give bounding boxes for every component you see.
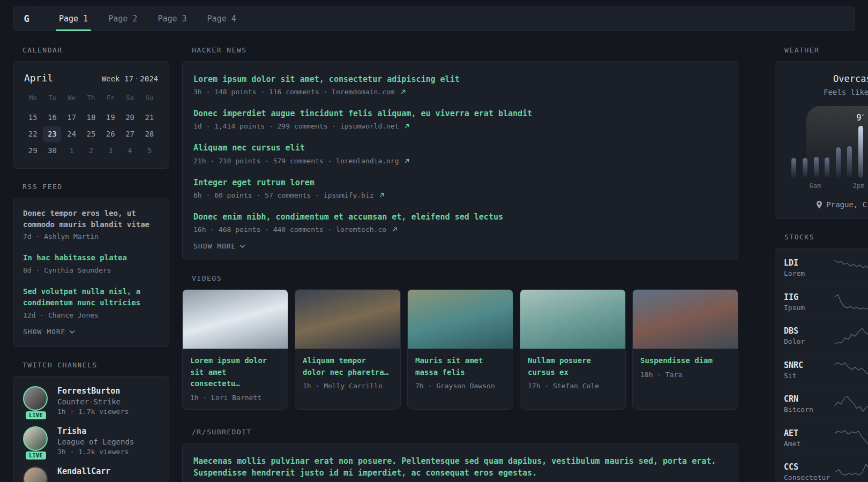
avatar bbox=[23, 466, 48, 482]
twitch-channel-list: LIVE ForrestBurton Counter-Strike 1h · 1… bbox=[23, 386, 159, 482]
calendar-day: 24 bbox=[63, 126, 81, 142]
channel-category: League of Legends bbox=[57, 438, 134, 446]
page-tab[interactable]: Page 4 bbox=[200, 7, 244, 31]
video-card[interactable]: Mauris sit amet massa felis 7h · Grayson… bbox=[407, 289, 513, 410]
stock-symbol: CRN bbox=[784, 394, 829, 404]
hn-story-link[interactable]: Donec enim nibh, condimentum et accumsan… bbox=[193, 211, 727, 223]
stock-row: CCS Consectetur +0.51% $165.84 bbox=[784, 455, 868, 482]
rss-item-link[interactable]: In hac habitasse platea bbox=[23, 252, 159, 263]
chevron-down-icon bbox=[240, 244, 245, 248]
stock-row: LDI Lorem +4.35% $795.18 bbox=[784, 251, 868, 285]
reddit-post-link[interactable]: Maecenas mollis pulvinar erat non posuer… bbox=[193, 455, 727, 479]
rss-item-meta: 12d · Chance Jones bbox=[23, 311, 159, 319]
twitch-channel-row[interactable]: KendallCarr bbox=[23, 466, 159, 482]
hn-item: Donec enim nibh, condimentum et accumsan… bbox=[193, 211, 727, 234]
hn-domain-link[interactable]: ipsumworld.net bbox=[340, 122, 399, 130]
show-more-button[interactable]: SHOW MORE bbox=[23, 327, 75, 337]
stock-sparkline bbox=[834, 395, 868, 413]
hn-domain-link[interactable]: loremdomain.com bbox=[332, 88, 394, 96]
rss-item-link[interactable]: Sed volutpat nulla nisl, a condimentum n… bbox=[23, 286, 159, 308]
show-more-button[interactable]: SHOW MORE bbox=[193, 241, 245, 251]
dashboard-columns: CALENDAR April Week 17·2024 MoTuWeThFrSa… bbox=[0, 31, 868, 482]
hn-story-link[interactable]: Lorem ipsum dolor sit amet, consectetur … bbox=[193, 73, 727, 85]
weather-bar-cell bbox=[833, 115, 844, 178]
stock-sparkline bbox=[834, 259, 868, 277]
channel-meta: 1h · 1.7k viewers bbox=[57, 408, 129, 416]
video-card[interactable]: Lorem ipsum dolor sit amet consectetu… 1… bbox=[182, 289, 288, 410]
weather-bar bbox=[847, 146, 852, 178]
video-thumbnail bbox=[520, 290, 625, 349]
page-tab[interactable]: Page 3 bbox=[150, 7, 194, 31]
stock-row: DBS Dolor +1.42% $156.28 bbox=[784, 319, 868, 353]
weather-bar bbox=[825, 157, 829, 178]
video-card[interactable]: Suspendisse diam 18h · Tara bbox=[632, 289, 738, 410]
subreddit-section-label: /R/SUBREDDIT bbox=[182, 423, 738, 443]
stock-row: SNRC Sit +1.36% $148.64 bbox=[784, 353, 868, 387]
stocks-widget: LDI Lorem +4.35% $795.18 IIG Ips bbox=[775, 248, 868, 482]
calendar-day: 18 bbox=[82, 109, 100, 125]
twitch-channel-row[interactable]: LIVE Trisha League of Legends 3h · 1.2k … bbox=[23, 426, 159, 456]
location-text: Prague, Czechia bbox=[826, 200, 868, 209]
stock-symbol: AET bbox=[784, 428, 829, 438]
time-label bbox=[799, 182, 810, 190]
video-meta: 7h · Grayson Dawson bbox=[415, 382, 505, 390]
hn-story-link[interactable]: Donec imperdiet augue tincidunt felis al… bbox=[193, 108, 727, 119]
week-number: Week 17 bbox=[102, 74, 133, 83]
dashboard-page: G Page 1Page 2Page 3Page 4 CALENDAR Apri… bbox=[0, 6, 868, 482]
weather-bar-cell bbox=[788, 115, 799, 178]
time-label bbox=[832, 182, 842, 190]
avatar bbox=[23, 426, 48, 451]
weather-bar bbox=[858, 126, 863, 178]
hn-story-link[interactable]: Integer eget rutrum lorem bbox=[193, 177, 727, 189]
video-card[interactable]: Nullam posuere cursus ex 17h · Stefan Co… bbox=[520, 289, 626, 410]
stock-name: Dolor bbox=[784, 337, 829, 345]
rss-item-link[interactable]: Donec tempor eros leo, ut commodo mauris… bbox=[23, 208, 159, 230]
weekday-label: Tu bbox=[42, 92, 62, 104]
rss-items: Donec tempor eros leo, ut commodo mauris… bbox=[23, 208, 159, 319]
stock-symbol: CCS bbox=[784, 462, 830, 472]
calendar-week-year: Week 17·2024 bbox=[102, 74, 158, 83]
stock-sparkline bbox=[834, 361, 868, 379]
subreddit-posts: Maecenas mollis pulvinar erat non posuer… bbox=[193, 455, 727, 482]
stock-name: Lorem bbox=[784, 269, 829, 277]
calendar-day: 20 bbox=[121, 109, 139, 125]
calendar-day: 2 bbox=[82, 142, 100, 159]
page-tab[interactable]: Page 1 bbox=[51, 7, 95, 31]
separator-dot: · bbox=[134, 74, 139, 83]
weather-bar bbox=[791, 158, 796, 178]
avatar-wrap: LIVE bbox=[23, 426, 49, 456]
middle-column: HACKER NEWS Lorem ipsum dolor sit amet, … bbox=[182, 41, 762, 482]
rss-item: In hac habitasse platea 8d · Cynthia Sau… bbox=[23, 252, 159, 274]
hn-domain-link[interactable]: ipsumify.biz bbox=[324, 191, 374, 199]
stock-row: CRN Bitcorn -1.00% $66,171.48 bbox=[784, 387, 868, 421]
calendar-year: 2024 bbox=[140, 74, 158, 83]
weekday-label: Th bbox=[81, 92, 101, 104]
time-label bbox=[864, 182, 868, 190]
calendar-day: 30 bbox=[43, 142, 61, 159]
hn-item: Aliquam nec cursus elit 21h · 710 points… bbox=[193, 142, 727, 164]
hn-story-link[interactable]: Aliquam nec cursus elit bbox=[193, 142, 727, 154]
weather-time-labels: 6am2pm10pm bbox=[788, 182, 868, 190]
external-link-icon bbox=[392, 227, 397, 232]
hn-story-meta: 6h · 60 points · 57 comments · ipsumify.… bbox=[193, 191, 727, 199]
page-tab[interactable]: Page 2 bbox=[101, 7, 145, 31]
calendar-day: 22 bbox=[24, 126, 42, 142]
logo[interactable]: G bbox=[13, 7, 40, 31]
hn-item: Donec imperdiet augue tincidunt felis al… bbox=[193, 108, 727, 130]
left-column: CALENDAR April Week 17·2024 MoTuWeThFrSa… bbox=[13, 41, 169, 482]
external-link-icon bbox=[405, 159, 409, 163]
time-label: 6am bbox=[810, 182, 821, 190]
video-carousel: Lorem ipsum dolor sit amet consectetu… 1… bbox=[182, 289, 738, 410]
subreddit-widget: Maecenas mollis pulvinar erat non posuer… bbox=[182, 443, 738, 482]
video-card[interactable]: Aliquam tempor dolor nec pharetra… 1h · … bbox=[295, 289, 401, 410]
hn-domain-link[interactable]: loremtech.co bbox=[336, 225, 386, 234]
stock-row: AET Amet +0.92% $499.72 bbox=[784, 421, 868, 455]
video-meta: 1h · Lori Barnett bbox=[190, 394, 280, 402]
hn-story-meta: 1d · 1,414 points · 299 comments · ipsum… bbox=[193, 122, 727, 130]
weather-bar bbox=[836, 147, 841, 178]
twitch-channel-row[interactable]: LIVE ForrestBurton Counter-Strike 1h · 1… bbox=[23, 386, 159, 416]
hn-meta-text: 16h · 468 points · 440 comments · bbox=[193, 225, 332, 234]
avatar-wrap bbox=[23, 466, 49, 482]
hn-domain-link[interactable]: loremlandia.org bbox=[336, 157, 399, 165]
weather-condition: Overcast bbox=[785, 73, 868, 84]
